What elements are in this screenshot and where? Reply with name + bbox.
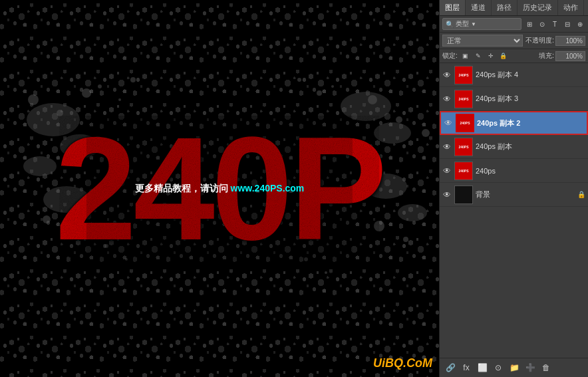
group-icon[interactable]: 📁 xyxy=(508,361,521,374)
layer-item-240ps-copy3[interactable]: 👁 240PS 240ps 副本 3 xyxy=(440,87,588,111)
main-text: 240P xyxy=(55,116,384,262)
tab-paths[interactable]: 路径 xyxy=(492,0,517,15)
svg-point-19 xyxy=(118,98,121,101)
lock-position-icon[interactable]: ✛ xyxy=(486,51,496,61)
layer-name-3: 240ps 副本 3 xyxy=(476,94,585,104)
svg-point-8 xyxy=(28,94,39,105)
layers-list: 👁 240PS 240ps 副本 4 👁 240PS 240ps 副本 3 👁 xyxy=(440,63,588,358)
mask-icon[interactable]: ⬜ xyxy=(476,361,489,374)
layer-name-4: 240ps 副本 4 xyxy=(476,70,585,80)
opacity-label: 不透明度: xyxy=(525,36,554,45)
visibility-icon-4[interactable]: 👁 xyxy=(442,70,452,80)
canvas-area: 240P 更多精品教程，请访问 www.240PS.com UiBQ.CoM xyxy=(0,0,439,377)
layer-icon-5[interactable]: ⊕ xyxy=(575,19,585,29)
blend-row: 正常 溶解 正片叠底 不透明度: 100% xyxy=(440,33,588,49)
layer-name-1: 240ps 副本 xyxy=(476,142,585,152)
layer-item-240ps-copy4[interactable]: 👁 240PS 240ps 副本 4 xyxy=(440,63,588,87)
tab-history[interactable]: 历史记录 xyxy=(517,0,558,15)
layer-icon-3[interactable]: T xyxy=(549,19,560,29)
tab-channels[interactable]: 通道 xyxy=(466,0,492,15)
lock-label: 锁定: xyxy=(442,51,458,61)
layer-thumb-bg xyxy=(454,186,473,204)
visibility-icon-1[interactable]: 👁 xyxy=(442,142,452,152)
layer-style-icon[interactable]: fx xyxy=(460,361,473,374)
layer-icon-1[interactable]: ⊞ xyxy=(524,19,535,29)
ps-panel: 图层 通道 路径 历史记录 动作 🔍 类型 ▼ ⊞ ⊙ T ⊟ ⊕ 正常 溶解 … xyxy=(439,0,588,377)
fill-control: 填充: 100% xyxy=(539,51,585,61)
visibility-icon-bg[interactable]: 👁 xyxy=(442,190,452,199)
layer-item-240ps-copy2[interactable]: 👁 240PS 240ps 副本 2 xyxy=(440,111,588,135)
svg-point-23 xyxy=(297,78,301,82)
svg-point-11 xyxy=(43,215,51,223)
main-text-container: 240P 更多精品教程，请访问 www.240PS.com xyxy=(55,116,384,262)
search-icon: 🔍 xyxy=(446,21,454,28)
layer-thumb-4: 240PS xyxy=(454,66,473,84)
fill-label: 填充: xyxy=(539,51,554,61)
layer-name-2: 240ps 副本 2 xyxy=(477,118,584,128)
tab-layers[interactable]: 图层 xyxy=(440,0,466,15)
svg-point-10 xyxy=(82,88,91,98)
panel-bottom: 🔗 fx ⬜ ⊙ 📁 ➕ 🗑 xyxy=(440,358,588,377)
svg-point-13 xyxy=(368,95,377,104)
svg-point-17 xyxy=(403,237,408,242)
layer-icon-2[interactable]: ⊙ xyxy=(537,19,547,29)
delete-layer-icon[interactable]: 🗑 xyxy=(539,361,553,374)
panel-tabs: 图层 通道 路径 历史记录 动作 xyxy=(440,0,588,16)
link-layers-icon[interactable]: 🔗 xyxy=(444,361,457,374)
layer-thumb-1: 240PS xyxy=(454,138,473,156)
visibility-icon-3[interactable]: 👁 xyxy=(442,94,452,104)
opacity-control: 不透明度: 100% xyxy=(525,36,585,46)
svg-point-18 xyxy=(98,84,102,88)
lock-transparency-icon[interactable]: ▣ xyxy=(460,51,471,61)
visibility-icon-2[interactable]: 👁 xyxy=(444,118,453,128)
type-label: 类型 xyxy=(456,19,469,29)
fill-value[interactable]: 100% xyxy=(555,51,585,61)
layer-thumb-0: 240PS xyxy=(454,162,473,180)
lock-icons: ▣ ✎ ✛ 🔒 xyxy=(460,51,509,61)
toolbar-icons: ⊞ ⊙ T ⊟ ⊕ xyxy=(524,19,585,29)
svg-point-24 xyxy=(317,90,322,96)
layer-thumb-3: 240PS xyxy=(454,90,473,108)
svg-point-25 xyxy=(331,85,334,88)
new-layer-icon[interactable]: ➕ xyxy=(523,361,537,374)
lock-row: 锁定: ▣ ✎ ✛ 🔒 填充: 100% xyxy=(440,49,588,63)
lock-all-icon[interactable]: 🔒 xyxy=(498,51,509,61)
tab-actions[interactable]: 动作 xyxy=(558,0,584,15)
svg-point-7 xyxy=(398,204,427,221)
adjustment-icon[interactable]: ⊙ xyxy=(492,361,505,374)
svg-point-20 xyxy=(130,77,136,82)
bottom-watermark: UiBQ.CoM xyxy=(373,356,432,370)
svg-point-27 xyxy=(325,271,327,274)
layer-item-240ps[interactable]: 👁 240PS 240ps xyxy=(440,159,588,183)
layer-item-background[interactable]: 👁 背景 🔒 xyxy=(440,183,588,207)
layer-name-0: 240ps xyxy=(476,167,585,175)
layer-name-bg: 背景 xyxy=(476,189,575,199)
layer-icon-4[interactable]: ⊟ xyxy=(562,19,573,29)
blend-mode-select[interactable]: 正常 溶解 正片叠底 xyxy=(442,35,523,47)
visibility-icon-0[interactable]: 👁 xyxy=(442,166,452,176)
svg-point-2 xyxy=(23,156,57,176)
svg-point-14 xyxy=(396,116,402,123)
svg-point-15 xyxy=(422,129,430,137)
lock-image-icon[interactable]: ✎ xyxy=(473,51,484,61)
layer-thumb-2: 240PS xyxy=(456,114,474,132)
layer-item-240ps-copy1[interactable]: 👁 240PS 240ps 副本 xyxy=(440,135,588,159)
lock-icon-bg: 🔒 xyxy=(577,191,585,198)
panel-toolbar: 🔍 类型 ▼ ⊞ ⊙ T ⊟ ⊕ xyxy=(440,16,588,33)
chevron-down-icon: ▼ xyxy=(471,21,476,27)
search-area: 🔍 类型 ▼ xyxy=(442,18,521,30)
opacity-value[interactable]: 100% xyxy=(555,36,585,46)
